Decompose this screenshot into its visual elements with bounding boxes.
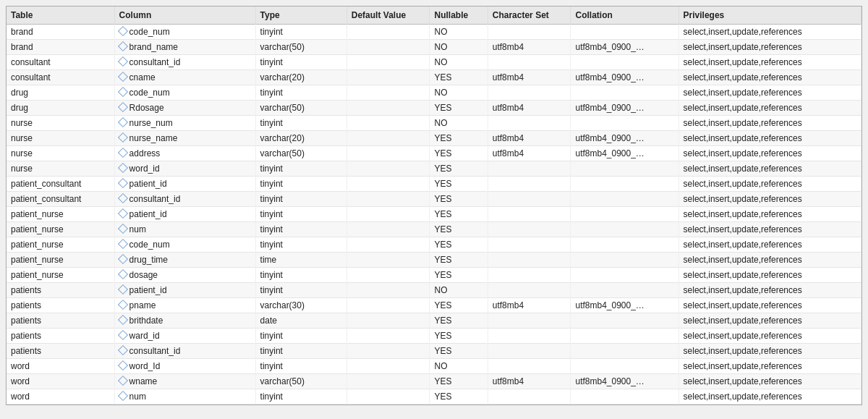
cell-column: consultant_id bbox=[114, 55, 255, 70]
column-name: ward_id bbox=[129, 331, 160, 341]
cell-default bbox=[346, 55, 430, 70]
table-row: nursenurse_namevarchar(20)YESutf8mb4utf8… bbox=[7, 131, 861, 146]
cell-collation: utf8mb4_0900_… bbox=[571, 298, 678, 313]
cell-privileges: select,insert,update,references bbox=[678, 283, 861, 298]
cell-type: tinyint bbox=[255, 283, 346, 298]
cell-type: tinyint bbox=[255, 207, 346, 222]
cell-privileges: select,insert,update,references bbox=[678, 55, 861, 70]
table-row: nursenurse_numtinyintNOselect,insert,upd… bbox=[7, 116, 861, 131]
column-name: patient_id bbox=[129, 179, 167, 189]
table-body: brandcode_numtinyintNOselect,insert,upda… bbox=[7, 25, 861, 405]
column-name: code_num bbox=[129, 88, 170, 98]
table-row: wordnumtinyintYESselect,insert,update,re… bbox=[7, 389, 861, 405]
cell-charset: utf8mb4 bbox=[488, 101, 571, 116]
cell-collation bbox=[571, 55, 678, 70]
cell-collation bbox=[571, 25, 678, 40]
cell-collation bbox=[571, 329, 678, 344]
diamond-icon bbox=[118, 330, 128, 340]
column-name: cname bbox=[129, 72, 156, 82]
cell-privileges: select,insert,update,references bbox=[678, 25, 861, 40]
cell-nullable: NO bbox=[430, 85, 488, 101]
cell-column: cname bbox=[114, 70, 255, 85]
cell-collation: utf8mb4_0900_… bbox=[571, 40, 678, 55]
table-row: consultantconsultant_idtinyintNOselect,i… bbox=[7, 55, 861, 70]
cell-collation bbox=[571, 283, 678, 298]
cell-default bbox=[346, 222, 430, 237]
cell-privileges: select,insert,update,references bbox=[678, 344, 861, 359]
columns-table: Table Column Type Default Value Nullable… bbox=[7, 7, 861, 405]
table-row: patient_consultantpatient_idtinyintYESse… bbox=[7, 177, 861, 192]
cell-default bbox=[346, 298, 430, 313]
cell-collation bbox=[571, 222, 678, 237]
table-row: patientspatient_idtinyintNOselect,insert… bbox=[7, 283, 861, 298]
header-type: Type bbox=[255, 7, 346, 25]
diamond-icon bbox=[118, 269, 128, 279]
cell-charset: utf8mb4 bbox=[488, 298, 571, 313]
cell-nullable: YES bbox=[430, 101, 488, 116]
cell-collation bbox=[571, 85, 678, 101]
cell-column: code_num bbox=[114, 85, 255, 101]
diamond-icon bbox=[118, 315, 128, 325]
cell-nullable: NO bbox=[430, 283, 488, 298]
cell-default bbox=[346, 389, 430, 405]
cell-type: varchar(20) bbox=[255, 131, 346, 146]
table-row: consultantcnamevarchar(20)YESutf8mb4utf8… bbox=[7, 70, 861, 85]
cell-default bbox=[346, 313, 430, 329]
cell-column: brand_name bbox=[114, 40, 255, 55]
cell-nullable: YES bbox=[430, 374, 488, 389]
diamond-icon bbox=[118, 224, 128, 234]
cell-table: brand bbox=[7, 25, 114, 40]
cell-collation bbox=[571, 207, 678, 222]
cell-charset: utf8mb4 bbox=[488, 146, 571, 161]
cell-column: word_id bbox=[114, 161, 255, 177]
diamond-icon bbox=[118, 208, 128, 219]
column-name: nurse_name bbox=[129, 133, 178, 143]
cell-default bbox=[346, 85, 430, 101]
cell-type: varchar(50) bbox=[255, 146, 346, 161]
cell-column: patient_id bbox=[114, 177, 255, 192]
header-table: Table bbox=[7, 7, 114, 25]
diamond-icon bbox=[118, 163, 128, 173]
cell-charset bbox=[488, 359, 571, 374]
cell-type: varchar(50) bbox=[255, 374, 346, 389]
table-row: patientsbrithdatedateYESselect,insert,up… bbox=[7, 313, 861, 329]
cell-collation bbox=[571, 237, 678, 253]
cell-type: tinyint bbox=[255, 344, 346, 359]
cell-collation bbox=[571, 192, 678, 207]
cell-type: tinyint bbox=[255, 192, 346, 207]
cell-type: tinyint bbox=[255, 268, 346, 283]
column-name: num bbox=[129, 392, 146, 402]
cell-table: consultant bbox=[7, 55, 114, 70]
cell-privileges: select,insert,update,references bbox=[678, 207, 861, 222]
cell-nullable: YES bbox=[430, 70, 488, 85]
cell-default bbox=[346, 359, 430, 374]
cell-privileges: select,insert,update,references bbox=[678, 85, 861, 101]
cell-collation: utf8mb4_0900_… bbox=[571, 131, 678, 146]
cell-default bbox=[346, 70, 430, 85]
cell-collation bbox=[571, 344, 678, 359]
table-row: nurseword_idtinyintYESselect,insert,upda… bbox=[7, 161, 861, 177]
cell-nullable: YES bbox=[430, 298, 488, 313]
cell-privileges: select,insert,update,references bbox=[678, 222, 861, 237]
cell-charset bbox=[488, 268, 571, 283]
cell-column: wname bbox=[114, 374, 255, 389]
cell-charset bbox=[488, 116, 571, 131]
diamond-icon bbox=[118, 376, 128, 386]
column-name: dosage bbox=[129, 270, 158, 280]
cell-column: code_num bbox=[114, 237, 255, 253]
cell-column: address bbox=[114, 146, 255, 161]
column-name: drug_time bbox=[129, 255, 168, 265]
column-name: code_num bbox=[129, 27, 170, 37]
cell-column: ward_id bbox=[114, 329, 255, 344]
cell-nullable: YES bbox=[430, 131, 488, 146]
cell-table: patients bbox=[7, 283, 114, 298]
cell-default bbox=[346, 344, 430, 359]
cell-column: num bbox=[114, 222, 255, 237]
cell-column: Rdosage bbox=[114, 101, 255, 116]
cell-default bbox=[346, 40, 430, 55]
cell-charset bbox=[488, 237, 571, 253]
diamond-icon bbox=[118, 193, 128, 203]
cell-nullable: YES bbox=[430, 344, 488, 359]
cell-type: tinyint bbox=[255, 329, 346, 344]
cell-type: varchar(30) bbox=[255, 298, 346, 313]
